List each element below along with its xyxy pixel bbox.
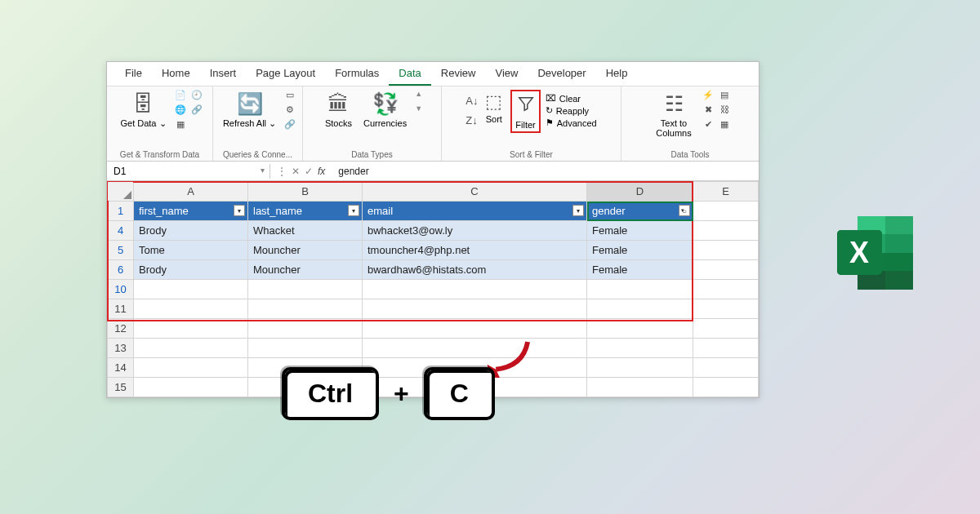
get-data-small-buttons2[interactable]: 🕘 🔗 [191, 90, 203, 116]
queries-icon[interactable]: ▭ [284, 90, 296, 101]
cell-empty[interactable] [693, 221, 759, 241]
header-lastname[interactable]: last_name▾ [248, 202, 363, 221]
dropdown-icon[interactable]: ⋮ [277, 166, 287, 177]
remove-dup-icon[interactable]: ✖ [702, 104, 714, 116]
text-to-columns-button[interactable]: ☷ Text to Columns [650, 90, 697, 140]
cell[interactable] [134, 358, 248, 378]
get-data-button[interactable]: 🗄 Get Data ⌄ [117, 90, 169, 130]
filter-dropdown-icon[interactable]: ▾ [348, 205, 359, 216]
row-num[interactable]: 11 [108, 299, 134, 319]
cell[interactable] [693, 299, 759, 319]
cell[interactable] [134, 280, 248, 299]
header-firstname[interactable]: first_name▾ [134, 202, 248, 221]
data-validation-icon[interactable]: ✔ [702, 119, 714, 131]
cell[interactable] [363, 299, 587, 319]
properties-icon[interactable]: ⚙ [284, 104, 296, 116]
row-num[interactable]: 6 [108, 260, 134, 280]
from-text-icon[interactable]: 📄 [175, 90, 186, 101]
cell[interactable]: bwhacket3@ow.ly [363, 221, 587, 241]
cell[interactable] [363, 319, 587, 339]
cell[interactable]: Mouncher [248, 260, 363, 280]
cell[interactable] [693, 319, 759, 339]
name-box[interactable]: D1 [107, 164, 270, 179]
cell[interactable] [587, 280, 693, 299]
cell[interactable] [248, 299, 363, 319]
stocks-button[interactable]: 🏛 Stocks [322, 90, 355, 130]
fx-icon[interactable]: fx [318, 166, 325, 177]
clear-button[interactable]: ⌧Clear [546, 93, 581, 104]
col-b-header[interactable]: B [248, 182, 363, 202]
currencies-button[interactable]: 💱 Currencies [360, 90, 410, 130]
col-d-header[interactable]: D [587, 182, 693, 202]
tab-home[interactable]: Home [152, 62, 200, 86]
cell[interactable]: tmouncher4@php.net [363, 241, 587, 260]
cell[interactable] [248, 280, 363, 299]
cell[interactable] [134, 299, 248, 319]
consolidate-icon[interactable]: ▤ [719, 90, 730, 101]
cancel-icon[interactable]: ✕ [292, 166, 300, 177]
cell-empty[interactable] [693, 260, 759, 280]
cell[interactable] [363, 280, 587, 299]
sort-asc-icon[interactable]: A↓ [466, 95, 477, 106]
col-a-header[interactable]: A [134, 182, 248, 202]
cell[interactable] [587, 378, 693, 397]
from-web-icon[interactable]: 🌐 [175, 104, 186, 116]
header-gender[interactable]: gender⌕ [587, 202, 693, 221]
cell[interactable]: Whacket [248, 221, 363, 241]
cell[interactable] [693, 339, 759, 358]
cell[interactable]: Female [587, 241, 693, 260]
spreadsheet[interactable]: A B C D E 1 first_name▾ last_name▾ email… [107, 181, 759, 397]
row-num[interactable]: 12 [108, 319, 134, 339]
recent-sources-icon[interactable]: 🕘 [191, 90, 203, 101]
tab-help[interactable]: Help [596, 62, 638, 86]
existing-connections-icon[interactable]: 🔗 [191, 104, 203, 116]
cell[interactable]: Female [587, 221, 693, 241]
from-table-icon[interactable]: ▦ [175, 119, 186, 131]
sort-desc-icon[interactable]: Z↓ [466, 114, 477, 126]
refresh-all-button[interactable]: 🔄 Refresh All ⌄ [220, 90, 279, 130]
row-num[interactable]: 15 [108, 378, 134, 397]
cell[interactable] [363, 339, 587, 358]
edit-links-icon[interactable]: 🔗 [284, 119, 296, 131]
cell[interactable]: Female [587, 260, 693, 280]
tab-data[interactable]: Data [389, 62, 430, 86]
cell[interactable] [134, 319, 248, 339]
tab-insert[interactable]: Insert [200, 62, 247, 86]
cell[interactable] [587, 339, 693, 358]
cell[interactable] [134, 378, 248, 397]
tab-view[interactable]: View [485, 62, 528, 86]
cell-empty[interactable] [693, 202, 759, 221]
tab-developer[interactable]: Developer [528, 62, 595, 86]
tab-file[interactable]: File [115, 62, 152, 86]
select-all-corner[interactable] [108, 182, 134, 202]
col-e-header[interactable]: E [693, 182, 759, 202]
row-num[interactable]: 10 [108, 280, 134, 299]
advanced-button[interactable]: ⚑Advanced [546, 117, 597, 128]
get-data-small-buttons[interactable]: 📄 🌐 ▦ [175, 90, 186, 131]
cell-empty[interactable] [693, 241, 759, 260]
flash-fill-icon[interactable]: ⚡ [702, 90, 714, 101]
tab-review[interactable]: Review [431, 62, 486, 86]
row-num[interactable]: 13 [108, 339, 134, 358]
relationships-icon[interactable]: ⛓ [719, 104, 730, 116]
cell[interactable] [693, 280, 759, 299]
sort-button[interactable]: ⬚ Sort [482, 90, 506, 126]
formula-input[interactable]: gender [332, 166, 368, 177]
cell[interactable] [693, 358, 759, 378]
scroll-up-icon[interactable]: ▲ [415, 90, 422, 98]
tab-formulas[interactable]: Formulas [325, 62, 389, 86]
row-num[interactable]: 14 [108, 358, 134, 378]
enter-icon[interactable]: ✓ [305, 166, 313, 177]
cell[interactable]: bwardhaw6@histats.com [363, 260, 587, 280]
filter-dropdown-icon[interactable]: ▾ [234, 205, 245, 216]
cell[interactable] [248, 319, 363, 339]
row-num[interactable]: 5 [108, 241, 134, 260]
col-c-header[interactable]: C [363, 182, 587, 202]
tab-pagelayout[interactable]: Page Layout [246, 62, 325, 86]
data-model-icon[interactable]: ▦ [719, 119, 730, 131]
row-num[interactable]: 1 [108, 202, 134, 221]
cell[interactable]: Mouncher [248, 241, 363, 260]
scroll-down-icon[interactable]: ▼ [415, 104, 422, 113]
cell[interactable] [248, 339, 363, 358]
reapply-button[interactable]: ↻Reapply [546, 105, 589, 116]
